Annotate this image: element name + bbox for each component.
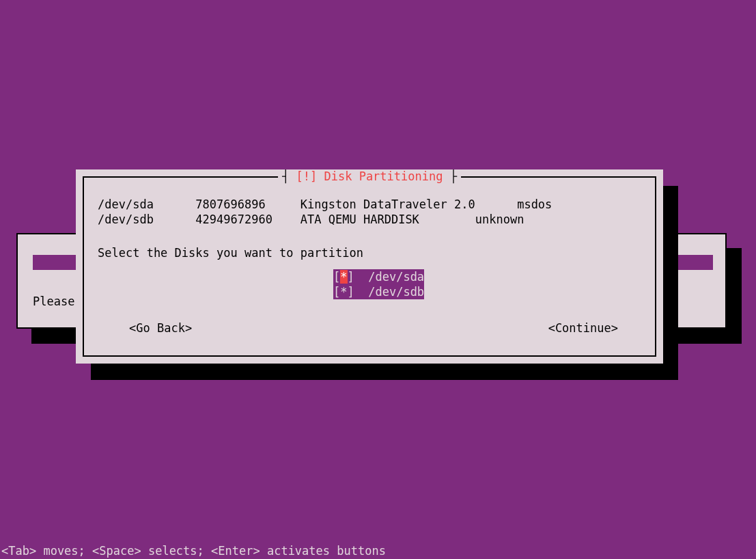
disks-table: /dev/sda 7807696896 Kingston DataTravele… [98,197,552,227]
background-please-text: Please [33,295,74,308]
disk-row: /dev/sdb 42949672960 ATA QEMU HARDDISK u… [98,213,524,226]
disk-partitioning-dialog: ┤ [!] Disk Partitioning ├ /dev/sda 78076… [76,169,663,364]
checkbox-mark-icon: * [340,285,347,299]
dialog-title: ┤ [!] Disk Partitioning ├ [278,169,461,183]
dialog-prompt: Select the Disks you want to partition [98,246,363,260]
go-back-button[interactable]: <Go Back> [129,321,192,335]
checkbox-mark-icon: * [340,270,347,284]
disk-checklist: [*] /dev/sda[*] /dev/sdb [333,269,424,299]
dialog-title-text: [!] Disk Partitioning [296,169,443,183]
help-bar: <Tab> moves; <Space> selects; <Enter> ac… [0,544,386,558]
continue-button[interactable]: <Continue> [548,321,618,335]
dialog-frame: ┤ [!] Disk Partitioning ├ /dev/sda 78076… [83,176,656,357]
disk-option-sdb[interactable]: [*] /dev/sdb [333,284,424,299]
disk-option-sda[interactable]: [*] /dev/sda [333,269,424,284]
disk-row: /dev/sda 7807696896 Kingston DataTravele… [98,197,552,211]
